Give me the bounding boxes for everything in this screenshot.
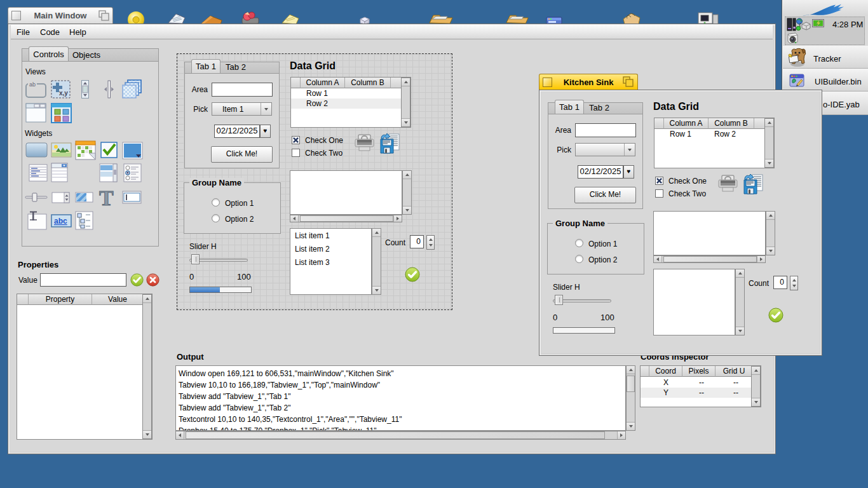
svg-text:ab: ab (29, 81, 36, 88)
svg-text:abc: abc (54, 217, 67, 226)
svg-text:T: T (99, 187, 114, 208)
svg-text:x,y: x,y (59, 90, 68, 97)
